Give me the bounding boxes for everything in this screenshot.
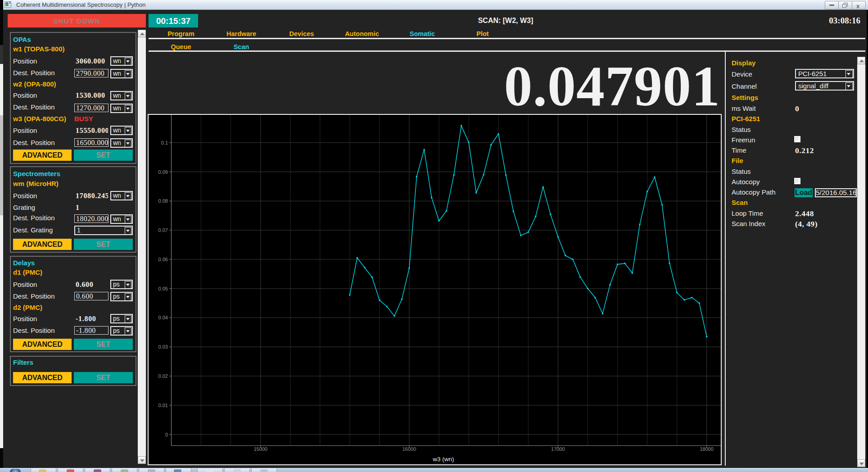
svg-text:15000: 15000 (253, 446, 267, 452)
svg-text:0.09: 0.09 (158, 169, 168, 175)
svg-text:16000: 16000 (402, 446, 416, 452)
svg-text:0.1: 0.1 (161, 140, 168, 145)
svg-text:w3 (wn): w3 (wn) (432, 456, 454, 463)
svg-text:0.05: 0.05 (158, 286, 168, 291)
svg-text:17000: 17000 (551, 446, 565, 452)
svg-text:0.04: 0.04 (158, 315, 168, 320)
svg-text:0.02: 0.02 (158, 373, 168, 379)
svg-text:0.06: 0.06 (158, 257, 168, 262)
svg-text:0.08: 0.08 (158, 198, 168, 204)
svg-text:18000: 18000 (700, 446, 714, 452)
svg-text:0.07: 0.07 (158, 227, 168, 233)
svg-text:0.01: 0.01 (158, 403, 168, 408)
svg-text:0.03: 0.03 (158, 344, 168, 349)
svg-text:0: 0 (165, 432, 168, 437)
